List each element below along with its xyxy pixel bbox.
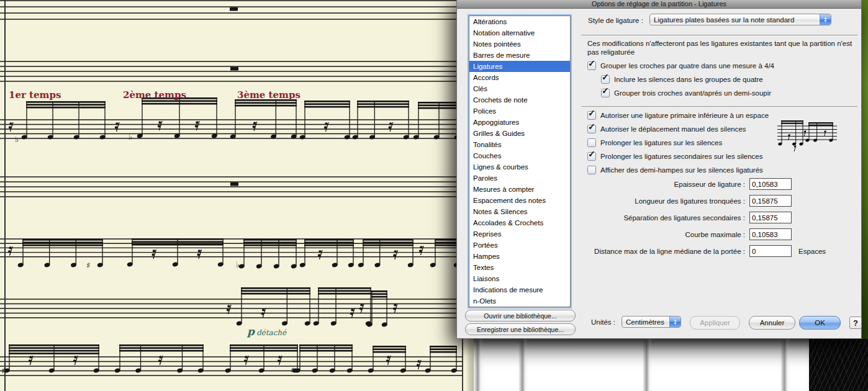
field-label: Séparation des ligatures secondaires : bbox=[581, 214, 745, 222]
checkbox-row[interactable]: ✓Grouper les croches par quatre dans une… bbox=[587, 60, 774, 71]
ok-button[interactable]: OK bbox=[799, 316, 841, 330]
category-item[interactable]: Ligatures bbox=[469, 61, 570, 72]
field-row: Courbe maximale : bbox=[581, 226, 842, 243]
page-separator bbox=[780, 339, 790, 391]
svg-text:♭: ♭ bbox=[15, 135, 19, 144]
field-label: Distance max de la ligne médiane de la p… bbox=[581, 248, 745, 255]
svg-text:♭: ♭ bbox=[129, 132, 132, 142]
page-separator bbox=[518, 339, 528, 391]
dynamic-marking: pdétaché bbox=[247, 325, 286, 338]
checkbox[interactable] bbox=[587, 138, 596, 147]
category-item[interactable]: Notes pointées bbox=[469, 38, 570, 50]
category-item[interactable]: Barres de mesure bbox=[469, 50, 570, 61]
checkbox-row[interactable]: ✓Autoriser le déplacement manuel des sil… bbox=[587, 124, 769, 134]
checkmark-icon: ✓ bbox=[602, 72, 609, 82]
category-item[interactable]: n-Olets bbox=[469, 295, 570, 307]
field-label: Epaisseur de ligature : bbox=[581, 181, 745, 188]
category-item[interactable]: Couches bbox=[469, 150, 570, 161]
checkbox-row[interactable]: Prolonger les ligatures sur les silences bbox=[587, 137, 769, 148]
checkbox[interactable] bbox=[587, 166, 596, 174]
category-item[interactable]: Espacement des notes bbox=[469, 195, 570, 206]
beat-label: 3ème temps bbox=[237, 89, 301, 101]
category-item[interactable]: Notes & Silences bbox=[469, 206, 570, 217]
category-item[interactable]: Paroles bbox=[469, 173, 570, 184]
beat-label: 1er temps bbox=[9, 89, 61, 101]
category-item[interactable]: Tonalités bbox=[469, 139, 570, 150]
category-item[interactable]: Lignes & courbes bbox=[469, 161, 570, 173]
checkbox-label: Autoriser une ligature primaire inférieu… bbox=[600, 112, 769, 119]
divider bbox=[581, 35, 857, 35]
help-button[interactable]: ? bbox=[849, 317, 862, 329]
category-item[interactable]: Polices bbox=[469, 106, 570, 117]
checkmark-icon: ✓ bbox=[588, 122, 595, 132]
category-item[interactable]: Indications de mesure bbox=[469, 284, 570, 295]
checkbox-row[interactable]: ✓Grouper trois croches avant/aprés un de… bbox=[601, 88, 774, 98]
page-separator bbox=[643, 339, 653, 391]
checkbox-label: Prolonger les ligatures sur les silences bbox=[600, 139, 722, 146]
dialog-titlebar[interactable]: Options de réglage de la partition - Lig… bbox=[457, 0, 861, 9]
desktop-wallpaper-texture bbox=[809, 339, 868, 391]
detache-text: détaché bbox=[256, 328, 286, 337]
category-item[interactable]: Accords bbox=[469, 72, 570, 83]
checkbox[interactable]: ✓ bbox=[601, 89, 610, 97]
units-value: Centimètres bbox=[622, 318, 669, 326]
popup-stepper-icon: ▲▼ bbox=[669, 317, 680, 327]
field-row: Séparation des ligatures secondaires : bbox=[581, 209, 842, 226]
category-item[interactable]: Reprises bbox=[469, 228, 570, 240]
field-row: Epaisseur de ligature : bbox=[581, 176, 842, 192]
checkbox-label: Grouper les croches par quatre dans une … bbox=[600, 62, 774, 70]
checkbox-row[interactable]: ✓Inclure les silences dans les groupes d… bbox=[601, 74, 774, 84]
checkbox[interactable]: ✓ bbox=[587, 61, 596, 70]
category-item[interactable]: Textes bbox=[469, 262, 570, 273]
svg-text:♭: ♭ bbox=[236, 260, 240, 269]
category-item[interactable]: Liaisons bbox=[469, 273, 570, 284]
checkbox-label: Grouper trois croches avant/aprés un dem… bbox=[614, 89, 771, 97]
checkbox[interactable]: ✓ bbox=[587, 111, 596, 120]
rebeam-info-text: Ces modifications n'affecteront pas les … bbox=[587, 39, 864, 56]
checkbox-row[interactable]: Afficher des demi-hampes sur les silence… bbox=[587, 164, 769, 175]
units-popup[interactable]: Centimètres ▲▼ bbox=[622, 316, 681, 328]
category-item[interactable]: Notation alternative bbox=[469, 27, 570, 38]
divider bbox=[581, 106, 857, 107]
save-library-button[interactable]: Enregistrer une bibliothèque... bbox=[465, 323, 576, 335]
beam-example-image bbox=[777, 118, 839, 153]
checkbox[interactable]: ✓ bbox=[587, 152, 596, 161]
checkbox-row[interactable]: ✓Autoriser une ligature primaire inférie… bbox=[587, 110, 769, 120]
category-item[interactable]: Altérations bbox=[469, 16, 570, 27]
piano-dynamic-symbol: p bbox=[247, 325, 255, 338]
page-separator bbox=[474, 339, 484, 391]
beat-label: 2ème temps bbox=[123, 89, 186, 101]
field-input[interactable] bbox=[749, 178, 792, 190]
dialog-title: Options de réglage de la partition - Lig… bbox=[592, 0, 726, 8]
field-input[interactable] bbox=[749, 195, 792, 207]
screen: ♭♭♯♭♯♯ 1er temps2ème temps3ème temps pdé… bbox=[0, 0, 868, 391]
field-input[interactable] bbox=[749, 212, 792, 223]
field-row: Distance max de la ligne médiane de la p… bbox=[581, 243, 842, 259]
category-item[interactable]: Hampes bbox=[469, 251, 570, 262]
popup-stepper-icon: ▲▼ bbox=[820, 14, 831, 25]
beam-style-value: Ligatures plates basées sur la note stan… bbox=[650, 16, 820, 24]
category-item[interactable]: Accolades & Crochets bbox=[469, 217, 570, 228]
category-item[interactable]: Clés bbox=[469, 83, 570, 94]
checkbox-row[interactable]: ✓Prolonger les ligatures secondaires sur… bbox=[587, 151, 769, 161]
beam-style-label: Style de ligature : bbox=[588, 17, 643, 24]
open-library-button[interactable]: Ouvrir une bibliothèque... bbox=[465, 310, 576, 321]
field-input[interactable] bbox=[749, 228, 792, 240]
checkbox[interactable]: ✓ bbox=[587, 125, 596, 133]
category-item[interactable]: Appoggiatures bbox=[469, 117, 570, 128]
field-row: Longueur des ligatures tronquées : bbox=[581, 192, 842, 209]
beam-behavior-options: ✓Autoriser une ligature primaire inférie… bbox=[587, 110, 769, 178]
field-label: Courbe maximale : bbox=[581, 231, 745, 238]
cancel-button[interactable]: Annuler bbox=[749, 316, 795, 330]
checkbox-label: Inclure les silences dans les groupes de… bbox=[614, 76, 763, 83]
category-list[interactable]: AltérationsNotation alternativeNotes poi… bbox=[469, 16, 571, 307]
category-item[interactable]: Portées bbox=[469, 240, 570, 251]
field-input[interactable] bbox=[749, 245, 792, 257]
checkbox[interactable]: ✓ bbox=[601, 75, 610, 84]
apply-button[interactable]: Appliquer bbox=[690, 316, 740, 330]
category-item[interactable]: Grilles & Guides bbox=[469, 128, 570, 139]
field-label: Longueur des ligatures tronquées : bbox=[581, 197, 745, 205]
category-item[interactable]: Mesures à compter bbox=[469, 184, 570, 195]
category-item[interactable]: Crochets de note bbox=[469, 94, 570, 106]
beam-style-popup[interactable]: Ligatures plates basées sur la note stan… bbox=[649, 14, 831, 25]
